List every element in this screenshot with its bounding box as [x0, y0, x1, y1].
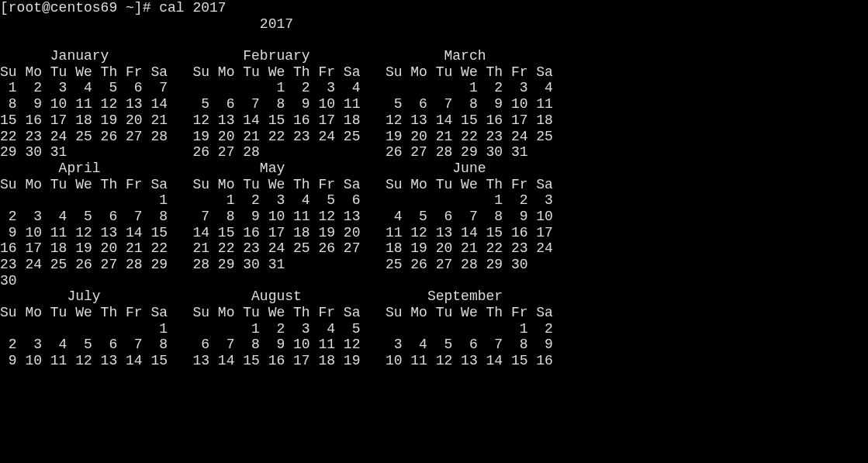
command-text: cal 2017 — [159, 0, 226, 16]
terminal-output[interactable]: [root@centos69 ~]# cal 2017 2017 January… — [0, 0, 868, 369]
shell-prompt: [root@centos69 ~]# — [0, 0, 159, 16]
